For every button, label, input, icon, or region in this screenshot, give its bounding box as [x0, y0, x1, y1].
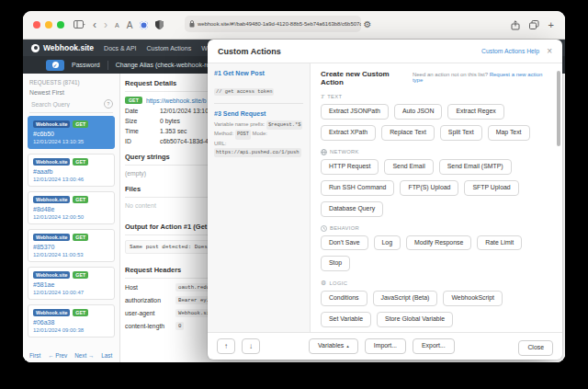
app-badge: Webhook.site [33, 234, 70, 241]
action-type-button[interactable]: SFTP Upload [464, 180, 518, 196]
password-button[interactable]: Password [72, 62, 100, 68]
nav-item-docs-api[interactable]: Docs & API [104, 45, 136, 51]
tab-overview-icon[interactable] [529, 20, 539, 29]
action-title[interactable]: #3 Send Request [214, 110, 303, 117]
header-name: content-length [125, 323, 175, 329]
gear-icon: ⚙ [321, 280, 327, 287]
action-type-button[interactable]: Split Text [440, 125, 482, 141]
app-badge: Webhook.site [33, 196, 70, 203]
address-bar[interactable]: webhook.site/#!/bab49480-1a9d-4120-88b5-… [185, 16, 361, 32]
modal-body: #1 Get New Post // get access token #3 S… [208, 63, 562, 332]
prefix-value: $request.*$ [266, 120, 303, 130]
request-list-item[interactable]: Webhook.siteGET #06a38 12/01/2024 09:00:… [28, 304, 115, 338]
move-action-down-button[interactable]: ↓ [242, 338, 260, 354]
header-name: Host [125, 284, 175, 291]
shield-extension-icon[interactable] [155, 20, 164, 29]
request-id: #06a38 [33, 319, 109, 326]
sort-order-control[interactable]: Newest First [29, 89, 113, 96]
action-item-1[interactable]: #1 Get New Post // get access token [214, 70, 303, 104]
search-input[interactable] [29, 100, 102, 109]
forward-button[interactable]: › [104, 19, 107, 30]
request-id: #581ae [33, 281, 109, 288]
request-list-item[interactable]: Webhook.siteGET #8d48e 12/01/2024 12:00:… [28, 191, 115, 224]
request-list-item[interactable]: Webhook.siteGET #aaafb 12/01/2024 13:00:… [28, 154, 115, 187]
section-label: LOGIC [330, 280, 348, 286]
request-list-item[interactable]: Webhook.siteGET #581ae 12/01/2024 10:00:… [28, 267, 115, 300]
brand[interactable]: Webhook.site [31, 43, 94, 52]
modal-title: Custom Actions [218, 47, 281, 56]
modal-footer: ↑ ↓ Variables▴ Import... Export... Close [208, 332, 562, 360]
section-text: TTEXT Extract JSONPath Auto JSON Extract… [321, 93, 552, 141]
pagination-last[interactable]: Last [101, 352, 112, 359]
action-type-button[interactable]: FTP(S) Upload [400, 180, 458, 196]
lock-icon [189, 20, 195, 28]
request-list-item[interactable]: Webhook.siteGET #c6b50 12/01/2024 13:10:… [28, 116, 115, 149]
close-icon[interactable]: × [547, 47, 552, 56]
action-type-button[interactable]: Auto JSON [394, 104, 442, 120]
request-list-item[interactable]: Webhook.siteGET #85370 12/01/2024 11:00:… [28, 229, 115, 262]
action-type-button[interactable]: Database Query [321, 201, 383, 217]
export-button[interactable]: Export... [413, 338, 455, 354]
webhook-logo-icon [31, 44, 40, 52]
request-id: #aaafb [33, 168, 109, 175]
new-tab-button[interactable]: + [548, 19, 554, 30]
app-badge: Webhook.site [33, 309, 70, 316]
action-type-button[interactable]: Send Email [384, 159, 433, 175]
action-type-button[interactable]: Extract JSONPath [321, 104, 389, 120]
back-button[interactable]: ‹ [93, 19, 96, 30]
method-badge: GET [125, 97, 142, 104]
action-type-button[interactable]: Map Text [488, 125, 530, 141]
action-type-button[interactable]: HTTP Request [321, 159, 379, 175]
action-type-button[interactable]: Don't Save [321, 235, 368, 251]
request-id: #85370 [33, 244, 109, 250]
action-type-button[interactable]: Store Global Variable [377, 312, 453, 327]
sidebar-toggle-icon[interactable] [74, 20, 85, 29]
pagination-prev[interactable]: ← Prev [48, 352, 67, 359]
minimize-window-button[interactable] [45, 21, 52, 29]
method-value: POST [235, 130, 251, 139]
maximize-window-button[interactable] [57, 21, 64, 29]
action-type-button[interactable]: Rate Limit [477, 235, 522, 251]
action-item-3[interactable]: #3 Send Request Variable name prefix: $r… [214, 110, 303, 164]
pagination-first[interactable]: First [29, 352, 40, 359]
text-larger-button[interactable]: A [127, 20, 133, 30]
action-type-button[interactable]: Modify Response [406, 235, 471, 251]
brand-label: Webhook.site [43, 43, 94, 52]
request-date: 12/01/2024 13:00:46 [33, 177, 109, 182]
action-title[interactable]: #1 Get New Post [214, 70, 303, 76]
mode-label: Mode: [253, 131, 267, 136]
action-type-button[interactable]: Send Email (SMTP) [439, 159, 512, 175]
create-action-panel: Create new Custom Action Need an action … [311, 63, 562, 332]
action-type-button[interactable]: JavaScript (Beta) [373, 291, 438, 306]
toolbar-check-button[interactable]: ✓ [46, 60, 64, 71]
action-type-button[interactable]: Log [374, 235, 401, 251]
nav-item-custom-actions[interactable]: Custom Actions [147, 45, 192, 51]
move-action-up-button[interactable]: ↑ [217, 338, 235, 354]
section-label: NETWORK [330, 149, 359, 154]
action-type-button[interactable]: Run SSH Command [321, 180, 394, 196]
pagination-next[interactable]: Next → [74, 352, 94, 359]
action-type-button[interactable]: WebhookScript [443, 291, 503, 306]
action-type-button[interactable]: Extract Regex [447, 104, 503, 120]
extension-icon[interactable] [140, 21, 148, 29]
site-settings-gear-icon[interactable]: ⚙ [359, 16, 376, 32]
variables-dropdown-button[interactable]: Variables▴ [309, 338, 358, 354]
action-type-button[interactable]: Replace Text [381, 125, 435, 141]
modal-scrollbar[interactable] [557, 71, 560, 146]
action-type-button[interactable]: Set Variable [321, 312, 371, 327]
import-button[interactable]: Import... [365, 338, 406, 354]
share-icon[interactable] [511, 20, 520, 30]
browser-window: ‹ › A A webhook.site/#!/bab49480-1a9d-41… [23, 11, 565, 362]
action-type-button[interactable]: Stop [321, 256, 350, 271]
text-smaller-button[interactable]: A [115, 22, 119, 29]
change-alias-button[interactable]: Change Alias (check-webhook-reddit) [116, 62, 222, 68]
action-type-button[interactable]: Conditions [321, 291, 368, 306]
request-date: 12/01/2024 12:00:50 [33, 214, 109, 220]
close-window-button[interactable] [33, 21, 40, 29]
action-type-button[interactable]: Extract XPath [321, 125, 376, 141]
custom-actions-help-link[interactable]: Custom Actions Help [481, 48, 539, 54]
method-badge: GET [73, 120, 88, 128]
search-help-icon[interactable]: ? [104, 99, 113, 109]
request-url-link[interactable]: https://webhook.site/b [146, 97, 207, 104]
close-button[interactable]: Close [518, 340, 553, 356]
